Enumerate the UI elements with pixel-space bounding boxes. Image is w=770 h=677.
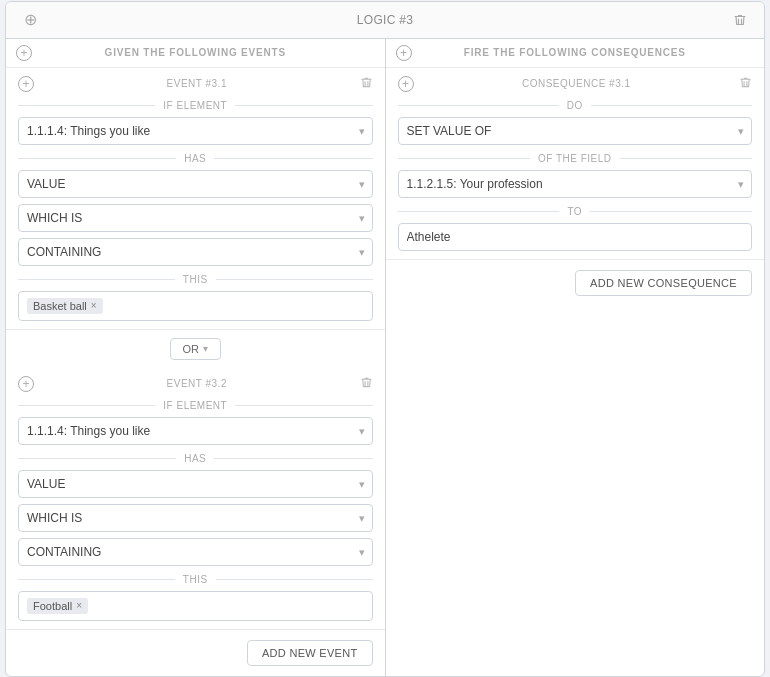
containing-select-1[interactable]: CONTAINING bbox=[18, 238, 373, 266]
has-label-1: HAS bbox=[184, 153, 206, 164]
tag-input-2[interactable]: Football × bbox=[18, 591, 373, 621]
do-select-wrapper: SET VALUE OF bbox=[398, 117, 753, 145]
event-1-header: + EVENT #3.1 bbox=[18, 76, 373, 92]
right-section-label: FIRE THE FOLLOWING CONSEQUENCES bbox=[464, 47, 686, 58]
delete-logic-button[interactable] bbox=[730, 10, 750, 30]
which-is-select-2[interactable]: WHICH IS bbox=[18, 504, 373, 532]
consequences-list: + CONSEQUENCE #3.1 DO SET VALUE bbox=[386, 68, 765, 676]
element-select-1[interactable]: 1.1.1.4: Things you like bbox=[18, 117, 373, 145]
event-block-2: + EVENT #3.2 IF ELEMENT 1.1.1.4 bbox=[6, 368, 385, 630]
logic-title: LOGIC #3 bbox=[40, 13, 730, 27]
events-list: + EVENT #3.1 IF ELEMENT 1.1.1.4 bbox=[6, 68, 385, 676]
event-1-delete-icon[interactable] bbox=[360, 76, 373, 92]
consequence-block-1: + CONSEQUENCE #3.1 DO SET VALUE bbox=[386, 68, 765, 260]
has-label-2: HAS bbox=[184, 453, 206, 464]
field-select[interactable]: 1.1.2.1.5: Your profession bbox=[398, 170, 753, 198]
left-section-label: GIVEN THE FOLLOWING EVENTS bbox=[105, 47, 286, 58]
event-block-1: + EVENT #3.1 IF ELEMENT 1.1.1.4 bbox=[6, 68, 385, 330]
element-select-2[interactable]: 1.1.1.4: Things you like bbox=[18, 417, 373, 445]
content-area: + GIVEN THE FOLLOWING EVENTS + EVENT #3.… bbox=[6, 39, 764, 676]
event-1-add-icon[interactable]: + bbox=[18, 76, 34, 92]
element-select-wrapper-1: 1.1.1.4: Things you like bbox=[18, 117, 373, 145]
tag-football-close[interactable]: × bbox=[76, 600, 82, 611]
tag-football: Football × bbox=[27, 598, 88, 614]
containing-select-2[interactable]: CONTAINING bbox=[18, 538, 373, 566]
element-select-wrapper-2: 1.1.1.4: Things you like bbox=[18, 417, 373, 445]
if-element-label-2: IF ELEMENT bbox=[163, 400, 227, 411]
right-panel-header: + FIRE THE FOLLOWING CONSEQUENCES bbox=[386, 39, 765, 68]
has-select-2[interactable]: VALUE bbox=[18, 470, 373, 498]
add-consequence-icon[interactable]: + bbox=[396, 45, 412, 61]
add-event-row: ADD NEW EVENT bbox=[6, 630, 385, 676]
add-event-button[interactable]: ADD NEW EVENT bbox=[247, 640, 373, 666]
or-button[interactable]: OR bbox=[170, 338, 222, 360]
consequence-1-add-icon[interactable]: + bbox=[398, 76, 414, 92]
this-label-2: THIS bbox=[183, 574, 208, 585]
which-is-select-1[interactable]: WHICH IS bbox=[18, 204, 373, 232]
of-field-label: OF THE FIELD bbox=[538, 153, 612, 164]
to-value-input[interactable] bbox=[398, 223, 753, 251]
add-logic-button[interactable]: ⊕ bbox=[20, 10, 40, 30]
do-label: DO bbox=[567, 100, 583, 111]
left-panel: + GIVEN THE FOLLOWING EVENTS + EVENT #3.… bbox=[6, 39, 386, 676]
do-select[interactable]: SET VALUE OF bbox=[398, 117, 753, 145]
if-element-label-1: IF ELEMENT bbox=[163, 100, 227, 111]
containing-wrapper-1: CONTAINING bbox=[18, 238, 373, 266]
has-select-wrapper-2: VALUE bbox=[18, 470, 373, 498]
tag-basketball-close[interactable]: × bbox=[91, 300, 97, 311]
add-event-icon[interactable]: + bbox=[16, 45, 32, 61]
this-label-1: THIS bbox=[183, 274, 208, 285]
tag-input-1[interactable]: Basket ball × bbox=[18, 291, 373, 321]
field-select-wrapper: 1.1.2.1.5: Your profession bbox=[398, 170, 753, 198]
left-panel-header: + GIVEN THE FOLLOWING EVENTS bbox=[6, 39, 385, 68]
has-select-wrapper-1: VALUE bbox=[18, 170, 373, 198]
consequence-1-delete-icon[interactable] bbox=[739, 76, 752, 92]
event-2-add-icon[interactable]: + bbox=[18, 376, 34, 392]
add-consequence-row: ADD NEW CONSEQUENCE bbox=[386, 260, 765, 306]
add-consequence-button[interactable]: ADD NEW CONSEQUENCE bbox=[575, 270, 752, 296]
consequence-1-label: CONSEQUENCE #3.1 bbox=[522, 78, 631, 89]
event-2-header: + EVENT #3.2 bbox=[18, 376, 373, 392]
which-is-wrapper-2: WHICH IS bbox=[18, 504, 373, 532]
event-2-label: EVENT #3.2 bbox=[167, 378, 227, 389]
consequence-1-header: + CONSEQUENCE #3.1 bbox=[398, 76, 753, 92]
event-1-label: EVENT #3.1 bbox=[167, 78, 227, 89]
tag-basketball: Basket ball × bbox=[27, 298, 103, 314]
to-label: TO bbox=[567, 206, 582, 217]
event-2-delete-icon[interactable] bbox=[360, 376, 373, 392]
header: ⊕ LOGIC #3 bbox=[6, 2, 764, 39]
containing-wrapper-2: CONTAINING bbox=[18, 538, 373, 566]
right-panel: + FIRE THE FOLLOWING CONSEQUENCES + CONS… bbox=[386, 39, 765, 676]
or-divider: OR bbox=[6, 338, 385, 360]
which-is-wrapper-1: WHICH IS bbox=[18, 204, 373, 232]
main-container: ⊕ LOGIC #3 + GIVEN THE FOLLOWING EVENTS … bbox=[5, 1, 765, 677]
has-select-1[interactable]: VALUE bbox=[18, 170, 373, 198]
